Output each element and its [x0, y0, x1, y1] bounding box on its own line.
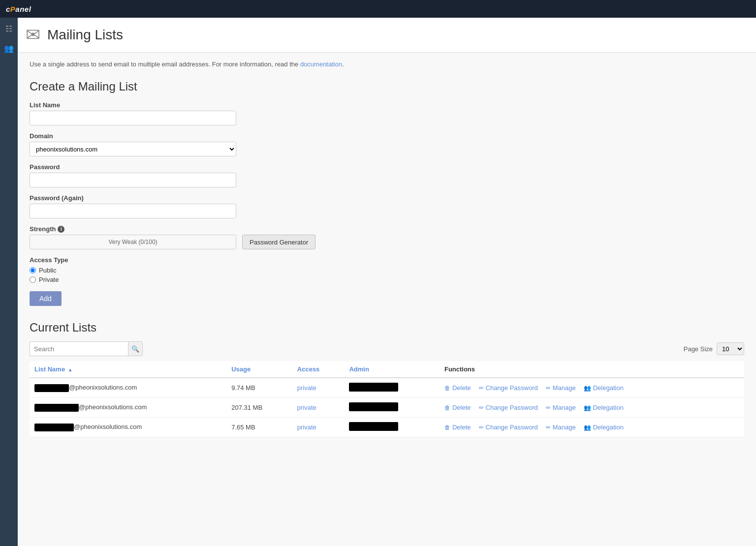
password-label: Password — [30, 163, 744, 171]
domain-label: Domain — [30, 132, 744, 140]
password-group: Password — [30, 163, 744, 187]
delegation-link-1[interactable]: 👥 Delegation — [584, 384, 624, 392]
list-name-input[interactable] — [30, 111, 236, 125]
change-password-link-2[interactable]: ✏ Change Password — [479, 404, 538, 411]
cell-admin-2 — [344, 398, 439, 418]
delete-icon-2: 🗑 — [444, 404, 450, 411]
search-button[interactable]: 🔍 — [128, 341, 143, 356]
main-content: ✉ Mailing Lists Use a single address to … — [18, 18, 756, 546]
page-size-control: Page Size 10 25 50 100 — [684, 342, 744, 355]
delegation-link-2[interactable]: 👥 Delegation — [584, 404, 624, 411]
domain-select[interactable]: pheonixsolutions.com — [30, 142, 236, 156]
password-generator-button[interactable]: Password Generator — [242, 235, 315, 249]
delegation-icon-2: 👥 — [584, 404, 591, 411]
list-name-redacted-1 — [34, 384, 69, 392]
password-input[interactable] — [30, 173, 236, 187]
page-size-label: Page Size — [684, 345, 713, 353]
domain-group: Domain pheonixsolutions.com — [30, 132, 744, 156]
functions-cell-3: 🗑 Delete ✏ Change Password ✏ Manage — [444, 424, 739, 431]
password-again-group: Password (Again) — [30, 194, 744, 218]
mailing-list-icon: ✉ — [26, 25, 40, 45]
change-password-link-1[interactable]: ✏ Change Password — [479, 384, 538, 392]
list-name-group: List Name — [30, 101, 744, 125]
col-list-name[interactable]: List Name ▲ — [30, 361, 226, 378]
col-admin[interactable]: Admin — [344, 361, 439, 378]
cell-functions-2: 🗑 Delete ✏ Change Password ✏ Manage — [440, 398, 744, 418]
access-type-group: Access Type Public Private — [30, 256, 744, 283]
table-controls: 🔍 Page Size 10 25 50 100 — [30, 341, 744, 356]
cell-access-1: private — [292, 378, 345, 398]
delegation-link-3[interactable]: 👥 Delegation — [584, 424, 624, 431]
cell-usage-1: 9.74 MB — [226, 378, 292, 398]
manage-link-3[interactable]: ✏ Manage — [546, 424, 576, 431]
col-usage[interactable]: Usage — [226, 361, 292, 378]
delete-link-1[interactable]: 🗑 Delete — [444, 384, 471, 392]
access-public-label: Public — [39, 267, 56, 274]
cell-list-name-2: @pheonixsolutions.com — [30, 398, 226, 418]
pencil-icon-1: ✏ — [479, 385, 484, 392]
access-private-radio[interactable] — [30, 276, 36, 283]
current-lists-title: Current Lists — [30, 321, 744, 334]
content-area: Use a single address to send email to mu… — [18, 53, 756, 445]
change-password-link-3[interactable]: ✏ Change Password — [479, 424, 538, 431]
create-section-title: Create a Mailing List — [30, 80, 744, 93]
delete-icon-1: 🗑 — [444, 385, 450, 392]
manage-link-2[interactable]: ✏ Manage — [546, 404, 576, 411]
admin-redacted-2 — [349, 402, 398, 411]
list-name-redacted-3 — [34, 424, 74, 431]
delete-icon-3: 🗑 — [444, 424, 450, 431]
table-row: @pheonixsolutions.com 9.74 MB private — [30, 378, 744, 398]
page-description: Use a single address to send email to mu… — [30, 61, 744, 68]
pencil-icon-2: ✏ — [479, 404, 484, 411]
search-input[interactable] — [30, 341, 128, 356]
list-name-redacted-2 — [34, 404, 79, 412]
cell-admin-1 — [344, 378, 439, 398]
table-row: @pheonixsolutions.com 207.31 MB private — [30, 398, 744, 418]
cell-list-name-1: @pheonixsolutions.com — [30, 378, 226, 398]
delete-link-3[interactable]: 🗑 Delete — [444, 424, 471, 431]
access-private-option: Private — [30, 276, 744, 283]
lists-table: List Name ▲ Usage Access Admin — [30, 361, 744, 437]
strength-bar: Very Weak (0/100) — [30, 235, 236, 249]
col-access[interactable]: Access — [292, 361, 345, 378]
delegation-icon-3: 👥 — [584, 424, 591, 431]
cell-functions-3: 🗑 Delete ✏ Change Password ✏ Manage — [440, 418, 744, 437]
functions-cell-2: 🗑 Delete ✏ Change Password ✏ Manage — [444, 404, 739, 411]
sidebar-grid-icon[interactable]: ☷ — [3, 23, 15, 34]
strength-bar-container: Very Weak (0/100) — [30, 235, 236, 249]
cell-admin-3 — [344, 418, 439, 437]
cell-access-3: private — [292, 418, 345, 437]
access-public-option: Public — [30, 267, 744, 274]
pencil-icon-3: ✏ — [479, 424, 484, 431]
delete-link-2[interactable]: 🗑 Delete — [444, 404, 471, 411]
strength-label: Strength i — [30, 225, 236, 233]
page-header: ✉ Mailing Lists — [18, 18, 756, 53]
password-again-input[interactable] — [30, 204, 236, 218]
manage-icon-1: ✏ — [546, 385, 551, 392]
access-public-radio[interactable] — [30, 267, 36, 273]
add-button[interactable]: Add — [30, 291, 62, 306]
page-size-select[interactable]: 10 25 50 100 — [717, 342, 744, 355]
manage-icon-3: ✏ — [546, 424, 551, 431]
manage-link-1[interactable]: ✏ Manage — [546, 384, 576, 392]
search-box: 🔍 — [30, 341, 143, 356]
topbar: cPanel — [0, 0, 756, 18]
sort-arrow-icon: ▲ — [68, 367, 73, 372]
cell-usage-3: 7.65 MB — [226, 418, 292, 437]
cell-usage-2: 207.31 MB — [226, 398, 292, 418]
documentation-link[interactable]: documentation — [300, 61, 342, 68]
sidebar-users-icon[interactable]: 👥 — [3, 42, 15, 54]
cell-list-name-3: @pheonixsolutions.com — [30, 418, 226, 437]
cpanel-logo: cPanel — [6, 5, 31, 13]
page-title: Mailing Lists — [47, 27, 123, 43]
strength-row: Strength i Very Weak (0/100) Password Ge… — [30, 225, 744, 249]
access-type-label: Access Type — [30, 256, 744, 264]
admin-redacted-3 — [349, 422, 398, 431]
cell-functions-1: 🗑 Delete ✏ Change Password ✏ Manage — [440, 378, 744, 398]
list-name-label: List Name — [30, 101, 744, 109]
strength-info-icon[interactable]: i — [58, 226, 64, 233]
col-functions: Functions — [440, 361, 744, 378]
table-header-row: List Name ▲ Usage Access Admin — [30, 361, 744, 378]
manage-icon-2: ✏ — [546, 404, 551, 411]
admin-redacted-1 — [349, 383, 398, 392]
